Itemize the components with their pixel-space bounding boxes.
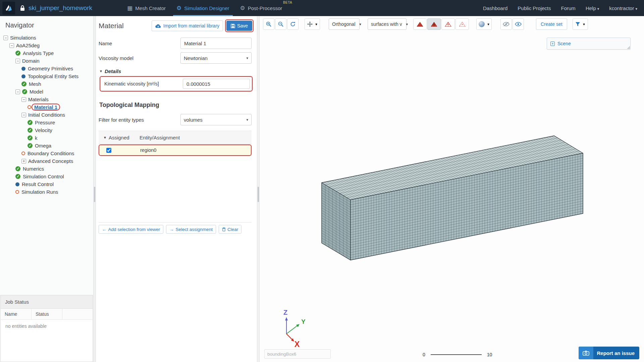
caret-down-icon: ▾ [406, 22, 408, 26]
tree-item-initial-conditions[interactable]: −Initial Conditions [0, 111, 93, 119]
navigator-tree: −Simulations−AoA25deg✓Analysis Type−Doma… [0, 33, 93, 196]
tab-post-processor[interactable]: BETA ⚙ Post-Processor [235, 0, 288, 16]
link-forum[interactable]: Forum [561, 5, 576, 11]
color-mode-dropdown[interactable]: ▾ [476, 18, 492, 30]
link-public-projects[interactable]: Public Projects [518, 5, 551, 11]
user-menu[interactable]: kcontractor▾ [609, 5, 637, 11]
collapse-icon[interactable]: − [15, 59, 20, 63]
add-selection-button[interactable]: ← Add selection from viewer [99, 225, 163, 234]
tree-item-pressure[interactable]: ✓Pressure [0, 119, 93, 126]
tree-item-mesh[interactable]: ✓Mesh [0, 80, 93, 88]
pan-tool-dropdown[interactable]: ▾ [305, 18, 320, 30]
topbar: ski_jumper_homework ▦ Mesh Creator ⚙ Sim… [0, 0, 644, 16]
help-menu[interactable]: Help▾ [586, 5, 599, 11]
expand-icon[interactable]: + [21, 159, 26, 164]
mesh-canvas[interactable]: Z Y X [260, 16, 644, 362]
hide-selection-button[interactable] [500, 18, 512, 30]
tree-item-label: Domain [22, 58, 40, 64]
filter-dropdown[interactable]: ▾ [573, 18, 588, 30]
tree-item-label: AoA25deg [16, 43, 40, 48]
collapse-icon[interactable]: − [21, 97, 26, 102]
app-logo[interactable] [2, 2, 15, 14]
axis-triad: Z Y X [283, 309, 306, 349]
tree-item-aoa25deg[interactable]: −AoA25deg [0, 42, 93, 49]
scene-panel[interactable]: + Scene [547, 38, 631, 50]
select-assignment-button[interactable]: → Select assignment [166, 225, 216, 234]
mapping-table-body: region0 [99, 144, 252, 156]
viewer-3d[interactable]: ▾ Orthogonal ▾ surfaces with v ▾ [260, 16, 644, 362]
bounding-box-input[interactable] [264, 349, 331, 359]
tab-mesh-creator[interactable]: ▦ Mesh Creator [122, 0, 171, 16]
splitter-handle[interactable] [94, 187, 95, 202]
kinematic-viscosity-input[interactable] [183, 79, 250, 89]
viscosity-model-select[interactable]: Newtonian ▾ [180, 52, 252, 64]
tree-item-result-control[interactable]: Result Control [0, 180, 93, 188]
tree-item-label: Velocity [35, 127, 52, 133]
tree-item-k[interactable]: ✓k [0, 134, 93, 142]
tree-item-topological-entity-sets[interactable]: Topological Entity Sets [0, 72, 93, 80]
report-issue-button[interactable]: Report an issue [579, 347, 639, 359]
viewer-toolbar: ▾ Orthogonal ▾ surfaces with v ▾ [260, 16, 644, 32]
zoom-out-button[interactable] [275, 18, 286, 30]
tree-item-simulations[interactable]: −Simulations [0, 34, 93, 42]
beta-badge: BETA [283, 1, 292, 4]
tree-item-geometry-primitives[interactable]: Geometry Primitives [0, 65, 93, 72]
tree-item-velocity[interactable]: ✓Velocity [0, 126, 93, 134]
zoom-in-button[interactable] [263, 18, 274, 30]
gears-icon: ⚙ [176, 5, 181, 12]
tree-item-simulation-control[interactable]: ✓Simulation Control [0, 173, 93, 180]
expand-plus-icon[interactable]: + [550, 42, 555, 46]
caret-down-icon: ▾ [246, 118, 248, 122]
material-name-input[interactable] [180, 38, 252, 49]
tab-simulation-designer[interactable]: ⚙ Simulation Designer [171, 0, 234, 16]
clear-button[interactable]: Clear [219, 225, 241, 234]
tree-item-numerics[interactable]: ✓Numerics [0, 165, 93, 173]
collapse-icon[interactable]: − [3, 36, 8, 40]
tree-item-analysis-type[interactable]: ✓Analysis Type [0, 49, 93, 57]
tree-item-materials[interactable]: −Materials [0, 96, 93, 103]
assigned-column-header[interactable]: ▼ Assigned [99, 135, 136, 140]
assigned-checkbox[interactable] [106, 148, 111, 153]
points-triangle-icon [459, 22, 466, 27]
import-material-button[interactable]: Import from material library [152, 20, 223, 31]
tree-item-omega[interactable]: ✓Omega [0, 142, 93, 149]
surface-filter-select[interactable]: surfaces with v ▾ [368, 18, 407, 30]
magnifier-minus-icon [278, 21, 284, 27]
collapse-triangle-icon: ▼ [99, 69, 103, 73]
tree-item-advanced-concepts[interactable]: +Advanced Concepts [0, 157, 93, 165]
tree-item-label: k [35, 135, 38, 141]
collapse-icon[interactable]: − [21, 113, 26, 117]
status-dot-icon [21, 67, 25, 71]
navigator-panel: Navigator −Simulations−AoA25deg✓Analysis… [0, 16, 93, 362]
render-mode-points-button[interactable] [455, 18, 469, 30]
show-all-button[interactable] [513, 18, 524, 30]
splitter-right[interactable] [257, 16, 260, 362]
entity-filter-select[interactable]: volumes ▾ [180, 114, 252, 125]
splitter-left[interactable] [93, 16, 96, 362]
tree-item-simulation-runs[interactable]: Simulation Runs [0, 188, 93, 196]
render-mode-surface-wireframe-button[interactable] [427, 18, 441, 30]
link-dashboard[interactable]: Dashboard [483, 5, 507, 11]
mapping-row[interactable]: region0 [99, 144, 252, 156]
reset-view-button[interactable] [287, 18, 299, 30]
render-mode-solid-button[interactable] [413, 18, 427, 30]
collapse-icon[interactable]: − [15, 89, 20, 94]
caret-down-icon: ▾ [246, 56, 248, 60]
annotation-save: Save [225, 19, 254, 32]
create-set-button[interactable]: Create set [536, 18, 567, 30]
splitter-handle[interactable] [258, 187, 259, 202]
details-section-header[interactable]: ▼ Details [99, 68, 254, 74]
status-open-icon [28, 105, 31, 109]
app-tabs: ▦ Mesh Creator ⚙ Simulation Designer BET… [122, 0, 287, 16]
collapse-icon[interactable]: − [9, 43, 14, 48]
save-button[interactable]: Save [226, 21, 252, 31]
tree-item-boundary-conditions[interactable]: Boundary Conditions [0, 149, 93, 157]
tree-item-material-1[interactable]: Material 1 [0, 103, 93, 111]
projection-select[interactable]: Orthogonal ▾ [329, 18, 360, 30]
tree-item-domain[interactable]: −Domain [0, 57, 93, 65]
caret-down-icon: ▾ [315, 22, 317, 26]
eye-slash-icon [503, 22, 509, 26]
render-mode-wireframe-button[interactable] [441, 18, 455, 30]
tree-item-model[interactable]: −✓Model [0, 88, 93, 96]
caret-down-icon: ▾ [359, 22, 361, 26]
